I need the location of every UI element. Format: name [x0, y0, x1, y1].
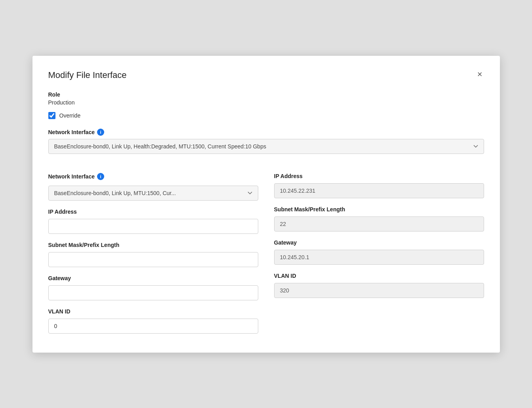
network-interface-top-label: Network Interface i: [48, 129, 484, 136]
left-network-interface-label: Network Interface i: [48, 173, 258, 180]
left-gateway-input[interactable]: [48, 285, 258, 300]
left-network-interface-group: Network Interface i BaseEnclosure-bond0,…: [48, 173, 258, 201]
left-vlan-id-input[interactable]: [48, 319, 258, 334]
left-ip-address-group: IP Address: [48, 209, 258, 234]
network-interface-top-section: Network Interface i BaseEnclosure-bond0,…: [48, 129, 484, 163]
left-gateway-group: Gateway: [48, 275, 258, 300]
left-subnet-mask-group: Subnet Mask/Prefix Length: [48, 242, 258, 267]
left-subnet-mask-input[interactable]: [48, 252, 258, 267]
right-column: IP Address Subnet Mask/Prefix Length Gat…: [274, 173, 484, 334]
left-ip-address-input[interactable]: [48, 219, 258, 234]
left-network-interface-info-icon[interactable]: i: [97, 173, 104, 180]
right-vlan-id-label: VLAN ID: [274, 273, 484, 279]
close-button[interactable]: ×: [476, 70, 484, 79]
left-network-interface-select[interactable]: BaseEnclosure-bond0, Link Up, MTU:1500, …: [48, 186, 258, 201]
right-gateway-label: Gateway: [274, 239, 484, 246]
override-checkbox[interactable]: [48, 112, 55, 119]
role-section: Role Production: [48, 91, 484, 106]
right-vlan-id-group: VLAN ID: [274, 273, 484, 298]
left-subnet-mask-label: Subnet Mask/Prefix Length: [48, 242, 258, 248]
right-subnet-mask-group: Subnet Mask/Prefix Length: [274, 206, 484, 232]
modal-title: Modify File Interface: [48, 70, 127, 80]
right-gateway-input[interactable]: [274, 250, 484, 265]
left-gateway-label: Gateway: [48, 275, 258, 281]
right-subnet-mask-label: Subnet Mask/Prefix Length: [274, 206, 484, 213]
right-ip-address-group: IP Address: [274, 173, 484, 198]
right-gateway-group: Gateway: [274, 239, 484, 265]
modal: Modify File Interface × Role Production …: [32, 56, 500, 353]
right-ip-address-label: IP Address: [274, 173, 484, 179]
override-row: Override: [48, 112, 484, 119]
network-interface-top-select[interactable]: BaseEnclosure-bond0, Link Up, Health:Deg…: [48, 139, 484, 154]
override-label: Override: [59, 112, 81, 119]
left-vlan-id-group: VLAN ID: [48, 308, 258, 334]
right-ip-address-input[interactable]: [274, 183, 484, 198]
modal-header: Modify File Interface ×: [48, 70, 484, 80]
left-ip-address-label: IP Address: [48, 209, 258, 215]
right-vlan-id-input[interactable]: [274, 283, 484, 298]
role-label: Role: [48, 91, 484, 98]
left-vlan-id-label: VLAN ID: [48, 308, 258, 315]
network-interface-top-info-icon[interactable]: i: [97, 129, 104, 136]
two-col-layout: Network Interface i BaseEnclosure-bond0,…: [48, 173, 484, 334]
left-column: Network Interface i BaseEnclosure-bond0,…: [48, 173, 258, 334]
right-subnet-mask-input[interactable]: [274, 216, 484, 232]
role-value: Production: [48, 99, 484, 106]
